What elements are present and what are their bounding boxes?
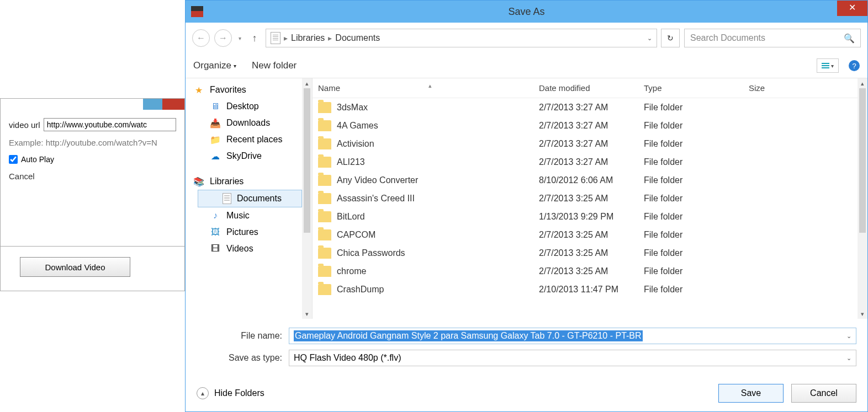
folder-icon bbox=[318, 157, 331, 168]
folder-icon bbox=[318, 248, 331, 259]
column-name[interactable]: Name bbox=[318, 83, 340, 93]
star-icon: ★ bbox=[193, 84, 204, 95]
sidebar-item-label: Desktop bbox=[226, 101, 259, 111]
sidebar-recent[interactable]: 📁Recent places bbox=[186, 131, 312, 148]
file-row[interactable]: CAPCOM2/7/2013 3:25 AMFile folder bbox=[313, 226, 867, 244]
column-date[interactable]: Date modified bbox=[539, 83, 644, 93]
scroll-up-icon[interactable]: ▴ bbox=[302, 78, 312, 88]
sidebar-videos[interactable]: 🎞Videos bbox=[186, 240, 312, 257]
file-type-label: Save as type: bbox=[197, 353, 282, 363]
file-date: 2/7/2013 3:27 AM bbox=[539, 139, 644, 149]
video-url-input[interactable] bbox=[44, 118, 176, 131]
file-type: File folder bbox=[644, 248, 749, 258]
file-date: 1/13/2013 9:29 PM bbox=[539, 212, 644, 222]
file-type-select[interactable]: HQ Flash Video 480p (*.flv) ⌄ bbox=[289, 350, 856, 366]
parent-close-button[interactable] bbox=[162, 99, 184, 110]
document-icon bbox=[223, 193, 231, 204]
sidebar-item-label: Libraries bbox=[210, 176, 244, 186]
save-as-dialog: Save As ✕ ← → ▾ ↑ ▸ Libraries ▸ Document… bbox=[185, 0, 868, 412]
sidebar-downloads[interactable]: 📥Downloads bbox=[186, 115, 312, 131]
file-type-value: HQ Flash Video 480p (*.flv) bbox=[294, 353, 401, 363]
sidebar-item-label: Favorites bbox=[210, 85, 246, 95]
scroll-thumb[interactable] bbox=[859, 88, 866, 233]
close-button[interactable]: ✕ bbox=[837, 1, 867, 16]
file-scrollbar[interactable]: ▴ ▾ bbox=[858, 78, 867, 319]
back-button[interactable]: ← bbox=[192, 29, 210, 47]
file-type: File folder bbox=[644, 266, 749, 276]
scroll-down-icon[interactable]: ▾ bbox=[858, 309, 867, 319]
autoplay-checkbox[interactable] bbox=[9, 155, 18, 164]
file-row[interactable]: Any Video Converter8/10/2012 6:06 AMFile… bbox=[313, 171, 867, 189]
view-options-button[interactable]: ▾ bbox=[817, 58, 839, 73]
file-date: 8/10/2012 6:06 AM bbox=[539, 175, 644, 185]
file-type: File folder bbox=[644, 121, 749, 131]
search-input[interactable]: Search Documents 🔍 bbox=[684, 29, 861, 47]
nav-bar: ← → ▾ ↑ ▸ Libraries ▸ Documents ⌄ ↻ Sear… bbox=[186, 23, 867, 53]
chevron-down-icon: ▾ bbox=[234, 63, 236, 69]
video-url-label: video url bbox=[9, 120, 40, 130]
chevron-down-icon[interactable]: ⌄ bbox=[846, 355, 851, 362]
file-name: Activision bbox=[337, 139, 374, 149]
scroll-down-icon[interactable]: ▾ bbox=[302, 309, 312, 319]
search-placeholder: Search Documents bbox=[690, 33, 765, 43]
sidebar-item-label: Documents bbox=[237, 194, 282, 204]
file-name: Any Video Converter bbox=[337, 175, 418, 185]
example-text: Example: http://youtube.com/watch?v=N bbox=[9, 138, 176, 147]
sidebar-item-label: Recent places bbox=[226, 135, 282, 145]
new-folder-button[interactable]: New folder bbox=[252, 60, 297, 71]
file-row[interactable]: BitLord1/13/2013 9:29 PMFile folder bbox=[313, 207, 867, 226]
file-row[interactable]: ALI2132/7/2013 3:27 AMFile folder bbox=[313, 153, 867, 171]
file-row[interactable]: chrome2/7/2013 3:25 AMFile folder bbox=[313, 262, 867, 280]
file-row[interactable]: 3dsMax2/7/2013 3:27 AMFile folder bbox=[313, 98, 867, 116]
download-video-button[interactable]: Download Video bbox=[20, 257, 130, 277]
file-pane: Name ▴ Date modified Type Size 3dsMax2/7… bbox=[313, 78, 867, 319]
sidebar-music[interactable]: ♪Music bbox=[186, 207, 312, 224]
content-area: ★Favorites 🖥Desktop 📥Downloads 📁Recent p… bbox=[186, 78, 867, 319]
file-name: Chica Passwords bbox=[337, 248, 405, 258]
file-row[interactable]: 4A Games2/7/2013 3:27 AMFile folder bbox=[313, 116, 867, 135]
sidebar-desktop[interactable]: 🖥Desktop bbox=[186, 98, 312, 115]
address-bar[interactable]: ▸ Libraries ▸ Documents ⌄ bbox=[266, 29, 657, 47]
forward-button[interactable]: → bbox=[214, 29, 232, 47]
address-dropdown-icon[interactable]: ⌄ bbox=[647, 35, 652, 42]
scroll-up-icon[interactable]: ▴ bbox=[858, 78, 867, 88]
up-button[interactable]: ↑ bbox=[248, 31, 261, 45]
file-row[interactable]: Activision2/7/2013 3:27 AMFile folder bbox=[313, 135, 867, 153]
file-row[interactable]: Chica Passwords2/7/2013 3:25 AMFile fold… bbox=[313, 244, 867, 262]
file-type: File folder bbox=[644, 103, 749, 113]
refresh-button[interactable]: ↻ bbox=[661, 29, 680, 47]
file-name-input[interactable]: Gameplay Android Gangnam Style 2 para Sa… bbox=[289, 328, 856, 344]
help-button[interactable]: ? bbox=[849, 60, 860, 71]
file-date: 2/7/2013 3:25 AM bbox=[539, 230, 644, 240]
file-date: 2/7/2013 3:27 AM bbox=[539, 121, 644, 131]
sidebar-pictures[interactable]: 🖼Pictures bbox=[186, 224, 312, 240]
history-dropdown[interactable]: ▾ bbox=[236, 35, 244, 41]
parent-cancel-link[interactable]: Cancel bbox=[9, 172, 176, 181]
save-button[interactable]: Save bbox=[718, 384, 784, 403]
sidebar-scrollbar[interactable]: ▴ ▾ bbox=[302, 78, 312, 319]
column-size[interactable]: Size bbox=[749, 83, 804, 93]
sidebar-favorites[interactable]: ★Favorites bbox=[186, 82, 312, 98]
file-name-label: File name: bbox=[197, 331, 282, 341]
libraries-icon: 📚 bbox=[193, 176, 204, 187]
file-type: File folder bbox=[644, 285, 749, 295]
dialog-footer: ▴ Hide Folders Save Cancel bbox=[186, 375, 867, 411]
sidebar-libraries[interactable]: 📚Libraries bbox=[186, 173, 312, 190]
sidebar-skydrive[interactable]: ☁SkyDrive bbox=[186, 148, 312, 164]
file-row[interactable]: CrashDump2/10/2013 11:47 PMFile folder bbox=[313, 280, 867, 298]
desktop-icon: 🖥 bbox=[210, 101, 221, 112]
search-icon: 🔍 bbox=[844, 33, 855, 44]
parent-minimize-button[interactable] bbox=[143, 99, 162, 110]
scroll-thumb[interactable] bbox=[304, 88, 310, 233]
column-type[interactable]: Type bbox=[644, 83, 749, 93]
breadcrumb-documents[interactable]: Documents bbox=[335, 33, 380, 43]
file-row[interactable]: Assassin's Creed III2/7/2013 3:25 AMFile… bbox=[313, 189, 867, 207]
breadcrumb-libraries[interactable]: Libraries bbox=[291, 33, 325, 43]
list-icon bbox=[822, 63, 829, 68]
cancel-button[interactable]: Cancel bbox=[791, 384, 856, 403]
hide-folders-button[interactable]: ▴ Hide Folders bbox=[197, 387, 264, 399]
sidebar-documents[interactable]: Documents bbox=[198, 190, 302, 207]
sidebar-item-label: SkyDrive bbox=[226, 151, 262, 161]
organize-menu[interactable]: Organize ▾ bbox=[193, 60, 236, 71]
chevron-down-icon[interactable]: ⌄ bbox=[846, 333, 851, 340]
